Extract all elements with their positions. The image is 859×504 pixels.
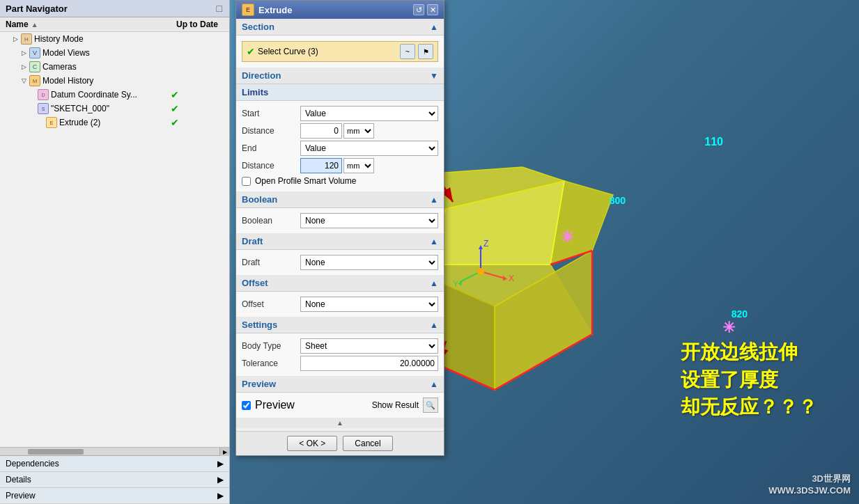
- tree-label-extrude: Extrude (2): [59, 118, 171, 127]
- boolean-select[interactable]: None: [300, 213, 438, 228]
- select-curve-btn1[interactable]: ~: [400, 44, 415, 59]
- open-profile-label: Open Profile Smart Volume: [255, 176, 356, 186]
- open-profile-checkbox[interactable]: [242, 177, 251, 186]
- col-name-header: Name ▲: [0, 19, 173, 29]
- section-header-preview[interactable]: Preview ▲: [236, 376, 444, 393]
- sketch-icon: S: [38, 103, 49, 114]
- tree-item-cameras[interactable]: ▷ C Cameras: [0, 60, 229, 74]
- end-distance-input[interactable]: [300, 158, 342, 173]
- svg-text:Z: Z: [483, 239, 488, 249]
- preview-checkbox[interactable]: [242, 401, 251, 410]
- draft-row: Draft None: [242, 255, 438, 270]
- tree-label-datum: Datum Coordinate Sy...: [51, 90, 171, 100]
- boolean-row: Boolean None: [242, 213, 438, 228]
- dialog-close-button[interactable]: ✕: [427, 4, 438, 15]
- preview-toggle-icon: ▶: [217, 491, 224, 501]
- section-toggle-offset: ▲: [430, 278, 438, 288]
- start-distance-row: Distance mm: [242, 123, 438, 139]
- dependencies-section-header[interactable]: Dependencies ▶: [0, 456, 229, 472]
- show-result-button[interactable]: 🔍: [423, 397, 438, 413]
- extrude-dialog: E Extrude ↺ ✕ Section ▲ ✔ Select Curve (…: [235, 0, 444, 456]
- section-header-offset[interactable]: Offset ▲: [236, 275, 444, 292]
- cancel-button[interactable]: Cancel: [343, 436, 392, 451]
- scroll-up-indicator[interactable]: ▲: [236, 418, 444, 428]
- preview-label: Preview: [6, 491, 36, 501]
- section-header-draft[interactable]: Draft ▲: [236, 233, 444, 250]
- section-header-section[interactable]: Section ▲: [236, 19, 444, 36]
- start-distance-label: Distance: [242, 126, 297, 136]
- tree-label-cameras: Cameras: [42, 62, 171, 72]
- draft-select[interactable]: None: [300, 255, 438, 270]
- tree-label-model-views: Model Views: [42, 48, 171, 58]
- tree-item-sketch[interactable]: S "SKETCH_000" ✔: [0, 102, 229, 116]
- section-title-section: Section: [242, 22, 274, 32]
- select-curve-label: Select Curve (3): [258, 47, 397, 56]
- section-header-boolean[interactable]: Boolean ▲: [236, 191, 444, 208]
- section-title-direction: Direction: [242, 70, 281, 81]
- dependencies-toggle-icon: ▶: [217, 459, 224, 468]
- section-toggle-settings: ▲: [430, 320, 438, 330]
- dialog-reset-button[interactable]: ↺: [413, 4, 424, 15]
- model-history-icon: M: [29, 75, 40, 86]
- end-distance-row: Distance mm: [242, 158, 438, 173]
- tree-item-model-views[interactable]: ▷ V Model Views: [0, 46, 229, 60]
- nav-horizontal-scrollbar[interactable]: ▶: [0, 447, 229, 455]
- preview-check-label: Preview: [255, 399, 295, 411]
- section-content-settings: Body Type Sheet Solid Tolerance: [236, 333, 444, 376]
- start-distance-input[interactable]: [300, 123, 342, 139]
- ok-button[interactable]: < OK >: [287, 436, 337, 451]
- model-views-icon: V: [29, 47, 40, 58]
- watermark: 3D世界网 WWW.3DSJW.COM: [768, 473, 851, 496]
- section-content-section: ✔ Select Curve (3) ~ ⚑: [236, 36, 444, 68]
- tolerance-input[interactable]: [300, 356, 438, 371]
- boolean-label: Boolean: [242, 216, 297, 226]
- section-header-limits[interactable]: Limits: [236, 84, 444, 101]
- tree-item-history-mode[interactable]: ▷ H History Mode: [0, 32, 229, 46]
- tree-expand-extrude: [36, 118, 45, 127]
- tree-label-sketch: "SKETCH_000": [51, 104, 171, 113]
- end-select[interactable]: Value: [300, 141, 438, 156]
- section-toggle-section: ▲: [430, 22, 438, 32]
- section-toggle-boolean: ▲: [430, 195, 438, 205]
- start-label: Start: [242, 109, 297, 118]
- cameras-icon: C: [29, 61, 40, 72]
- end-distance-unit[interactable]: mm: [343, 158, 374, 173]
- section-content-offset: Offset None: [236, 292, 444, 317]
- dialog-footer: < OK > Cancel: [236, 431, 444, 455]
- start-select[interactable]: Value: [300, 106, 438, 121]
- start-distance-unit[interactable]: mm: [343, 123, 374, 139]
- details-section-header[interactable]: Details ▶: [0, 472, 229, 488]
- history-mode-icon: H: [21, 33, 32, 45]
- section-header-direction[interactable]: Direction ▼: [236, 68, 444, 84]
- tree-item-datum[interactable]: D Datum Coordinate Sy... ✔: [0, 88, 229, 102]
- nav-title: Part Navigator: [6, 3, 68, 14]
- section-title-draft: Draft: [242, 236, 263, 246]
- body-type-row: Body Type Sheet Solid: [242, 338, 438, 354]
- tolerance-row: Tolerance: [242, 356, 438, 371]
- select-curve-btn2[interactable]: ⚑: [418, 44, 433, 59]
- tree-expand-sketch: [28, 104, 36, 113]
- section-toggle-draft: ▲: [430, 237, 438, 246]
- preview-section-header[interactable]: Preview ▶: [0, 488, 229, 504]
- tree-expand-datum: [28, 90, 36, 99]
- dimension-110: 110: [704, 136, 723, 148]
- nav-title-bar: Part Navigator □: [0, 0, 229, 17]
- dependencies-label: Dependencies: [6, 459, 59, 468]
- scroll-right-btn[interactable]: ▶: [219, 448, 229, 456]
- body-type-select[interactable]: Sheet Solid: [300, 338, 438, 354]
- start-row: Start Value: [242, 106, 438, 121]
- tree-item-extrude[interactable]: E Extrude (2) ✔: [0, 116, 229, 129]
- scroll-thumb: [28, 449, 84, 455]
- tree-expand-cameras: ▷: [20, 63, 28, 71]
- svg-text:Y: Y: [453, 279, 458, 289]
- section-title-offset: Offset: [242, 278, 268, 288]
- offset-select[interactable]: None: [300, 297, 438, 312]
- dialog-title: Extrude: [258, 5, 292, 15]
- nav-close-button[interactable]: □: [215, 3, 224, 14]
- tolerance-label: Tolerance: [242, 359, 297, 368]
- tree-item-model-history[interactable]: ▽ M Model History: [0, 74, 229, 88]
- show-result-label: Show Result: [372, 400, 419, 410]
- datum-icon: D: [38, 89, 49, 100]
- extrude-icon: E: [46, 117, 57, 128]
- section-header-settings[interactable]: Settings ▲: [236, 317, 444, 333]
